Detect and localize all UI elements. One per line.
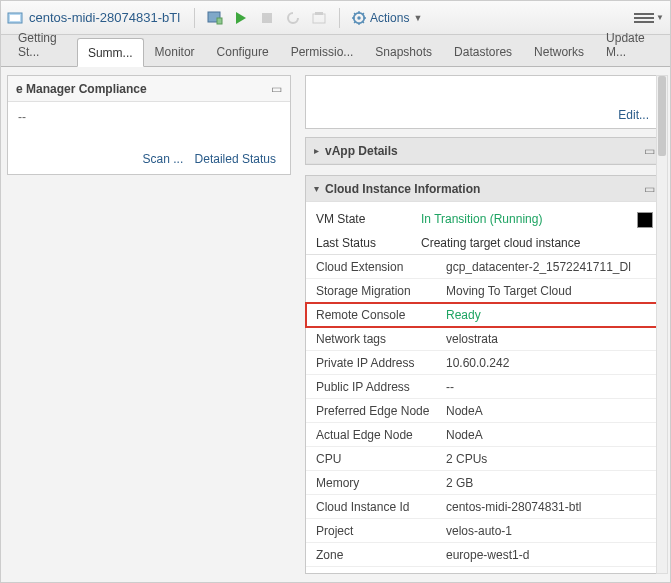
cloud-info-table: Cloud Extensiongcp_datacenter-2_15722417… <box>306 254 663 567</box>
table-row: Cloud Instance Idcentos-midi-28074831-bt… <box>306 495 663 519</box>
svg-rect-3 <box>217 18 222 24</box>
scan-link[interactable]: Scan ... <box>139 152 188 166</box>
tab-summary[interactable]: Summ... <box>77 38 144 67</box>
console-thumbnail[interactable] <box>637 212 653 228</box>
tab-networks[interactable]: Networks <box>523 37 595 66</box>
row-label: Cloud Extension <box>316 260 446 274</box>
scrollbar-thumb[interactable] <box>658 76 666 156</box>
stop-icon[interactable] <box>259 10 275 26</box>
table-row: Actual Edge NodeNodeA <box>306 423 663 447</box>
row-label: CPU <box>316 452 446 466</box>
tab-permissions[interactable]: Permissio... <box>280 37 365 66</box>
tab-update-manager[interactable]: Update M... <box>595 23 664 66</box>
row-value: velos-auto-1 <box>446 524 653 538</box>
collapse-icon[interactable]: ▭ <box>644 144 655 158</box>
svg-rect-6 <box>313 14 325 23</box>
table-row: CPU2 CPUs <box>306 447 663 471</box>
cloud-panel-title: Cloud Instance Information <box>325 182 480 196</box>
collapse-icon[interactable]: ▭ <box>644 182 655 196</box>
row-label: Network tags <box>316 332 446 346</box>
table-row: Private IP Address10.60.0.242 <box>306 351 663 375</box>
table-row: Public IP Address-- <box>306 375 663 399</box>
row-value: NodeA <box>446 428 653 442</box>
tab-configure[interactable]: Configure <box>206 37 280 66</box>
table-row: Memory2 GB <box>306 471 663 495</box>
row-label: Preferred Edge Node <box>316 404 446 418</box>
compliance-panel-header: e Manager Compliance ▭ <box>8 76 290 102</box>
row-value: NodeA <box>446 404 653 418</box>
tab-monitor[interactable]: Monitor <box>144 37 206 66</box>
cloud-instance-panel: ▾ Cloud Instance Information ▭ VM State … <box>305 175 664 574</box>
chevron-down-icon: ▼ <box>656 13 664 22</box>
vm-state-label: VM State <box>316 212 421 228</box>
chevron-down-icon: ▾ <box>314 183 319 194</box>
row-label: Private IP Address <box>316 356 446 370</box>
play-icon[interactable] <box>233 10 249 26</box>
console-icon[interactable] <box>207 10 223 26</box>
row-value: 2 CPUs <box>446 452 653 466</box>
edit-link[interactable]: Edit... <box>614 108 653 122</box>
chevron-down-icon: ▼ <box>413 13 422 23</box>
row-label: Remote Console <box>316 308 446 322</box>
row-value: Moving To Target Cloud <box>446 284 653 298</box>
tab-datastores[interactable]: Datastores <box>443 37 523 66</box>
table-row: Zoneeurope-west1-d <box>306 543 663 567</box>
svg-point-9 <box>357 16 361 20</box>
content-area: e Manager Compliance ▭ -- Scan ... Detai… <box>1 67 670 582</box>
compliance-title: e Manager Compliance <box>16 82 147 96</box>
row-value: centos-midi-28074831-btl <box>446 500 653 514</box>
row-label: Project <box>316 524 446 538</box>
row-value: 2 GB <box>446 476 653 490</box>
row-label: Public IP Address <box>316 380 446 394</box>
row-value: velostrata <box>446 332 653 346</box>
table-row: Network tagsvelostrata <box>306 327 663 351</box>
snapshot-icon[interactable] <box>311 10 327 26</box>
table-row: Projectvelos-auto-1 <box>306 519 663 543</box>
vm-state-value: In Transition (Running) <box>421 212 637 228</box>
compliance-value: -- <box>18 110 280 124</box>
table-row: Storage MigrationMoving To Target Cloud <box>306 279 663 303</box>
right-column: Edit... ▸ vApp Details ▭ ▾ Cloud Instanc… <box>297 67 670 582</box>
actions-label: Actions <box>370 11 409 25</box>
last-status-value: Creating target cloud instance <box>421 236 653 250</box>
svg-marker-4 <box>236 12 246 24</box>
restart-icon[interactable] <box>285 10 301 26</box>
svg-rect-1 <box>10 15 20 21</box>
svg-rect-7 <box>315 12 323 15</box>
vapp-panel-header[interactable]: ▸ vApp Details ▭ <box>306 138 663 164</box>
row-value: Ready <box>446 308 653 322</box>
row-value: -- <box>446 380 653 394</box>
row-value: europe-west1-d <box>446 548 653 562</box>
tab-snapshots[interactable]: Snapshots <box>364 37 443 66</box>
chevron-right-icon: ▸ <box>314 145 319 156</box>
toolbar-icons: Actions ▼ <box>192 8 422 28</box>
tab-getting-started[interactable]: Getting St... <box>7 23 77 66</box>
row-label: Cloud Instance Id <box>316 500 446 514</box>
top-toolbar: centos-midi-28074831-bTl Actions ▼ ▼ <box>1 1 670 35</box>
left-column: e Manager Compliance ▭ -- Scan ... Detai… <box>1 67 297 582</box>
last-status-label: Last Status <box>316 236 421 250</box>
svg-rect-5 <box>262 13 272 23</box>
vapp-panel: ▸ vApp Details ▭ <box>305 137 664 165</box>
tab-bar: Getting St... Summ... Monitor Configure … <box>1 35 670 67</box>
table-row: Preferred Edge NodeNodeA <box>306 399 663 423</box>
table-row: Remote ConsoleReady <box>306 303 663 327</box>
row-label: Storage Migration <box>316 284 446 298</box>
compliance-panel: e Manager Compliance ▭ -- Scan ... Detai… <box>7 75 291 175</box>
vertical-scrollbar[interactable] <box>656 75 668 574</box>
row-label: Zone <box>316 548 446 562</box>
row-value: 10.60.0.242 <box>446 356 653 370</box>
actions-menu[interactable]: Actions ▼ <box>352 11 422 25</box>
cloud-panel-header[interactable]: ▾ Cloud Instance Information ▭ <box>306 176 663 202</box>
top-right-panel: Edit... <box>305 75 664 129</box>
row-label: Actual Edge Node <box>316 428 446 442</box>
vapp-title: vApp Details <box>325 144 398 158</box>
collapse-icon[interactable]: ▭ <box>271 82 282 96</box>
table-row: Cloud Extensiongcp_datacenter-2_15722417… <box>306 255 663 279</box>
row-value: gcp_datacenter-2_1572241711_Dl <box>446 260 653 274</box>
detailed-status-link[interactable]: Detailed Status <box>191 152 280 166</box>
row-label: Memory <box>316 476 446 490</box>
